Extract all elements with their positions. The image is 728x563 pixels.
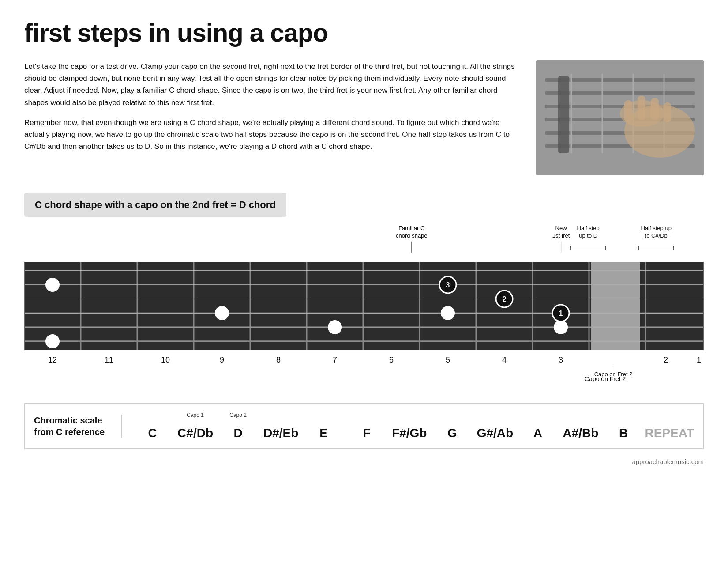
capo-on-fret-label: Capo on Fret 2 — [585, 375, 626, 382]
scale-note-G: G — [431, 412, 473, 440]
intro-paragraph-1: Let's take the capo for a test drive. Cl… — [24, 60, 518, 109]
fret-num-8: 8 — [250, 355, 307, 365]
scale-note-DsharpEb: D#/Eb — [259, 412, 302, 440]
fret-num-5: 5 — [420, 355, 476, 365]
svg-text:3: 3 — [446, 281, 450, 289]
fretboard-section: C chord shape with a capo on the 2nd fre… — [24, 193, 704, 390]
fret-num-4: 4 — [476, 355, 533, 365]
fretboard-annotation-row: Familiar C chord shape New 1st fret Half… — [24, 225, 704, 260]
fret-num-9: 9 — [194, 355, 250, 365]
fretboard-container: 3 2 1 12 11 10 9 8 7 6 5 4 — [24, 262, 704, 390]
fret-num-capo-area: Capo on Fret 2 — [589, 355, 638, 365]
fret-num-10: 10 — [137, 355, 194, 365]
fretboard-svg: 3 2 1 — [24, 262, 704, 350]
annotation-new-first-fret: New 1st fret — [552, 225, 570, 253]
svg-rect-18 — [558, 76, 569, 153]
chord-equation-label: C chord shape with a capo on the 2nd fre… — [35, 199, 276, 210]
scale-note-A: A — [516, 412, 559, 440]
svg-rect-16 — [651, 98, 659, 120]
fret-num-12: 12 — [24, 355, 81, 365]
intro-text: Let's take the capo for a test drive. Cl… — [24, 60, 518, 175]
fret-num-6: 6 — [363, 355, 420, 365]
fret-num-1: 1 — [694, 355, 704, 365]
scale-note-B: B — [602, 412, 645, 440]
svg-point-47 — [554, 320, 568, 334]
scale-note-D: Capo 2 D — [217, 412, 259, 440]
chromatic-scale: C Capo 1 C#/Db Capo 2 D D#/Eb E F F#/Gb — [122, 412, 694, 440]
annotation-half-step-c: Half step up to C#/Db — [638, 225, 674, 250]
scale-note-F: F — [345, 412, 388, 440]
svg-text:2: 2 — [503, 295, 507, 303]
scale-note-GsharpAb: G#/Ab — [473, 412, 516, 440]
fret-num-3: 3 — [533, 355, 589, 365]
guitar-photo — [536, 60, 704, 175]
svg-point-42 — [441, 306, 455, 320]
capo-label-area: Capo on Fret 2 — [24, 366, 704, 390]
scale-note-AsharpBb: A#/Bb — [559, 412, 602, 440]
svg-point-38 — [45, 278, 60, 292]
svg-rect-15 — [638, 96, 645, 120]
annotation-half-step-d: Half step up to D — [570, 225, 606, 250]
scale-note-FsharpGb: F#/Gb — [388, 412, 431, 440]
svg-point-39 — [45, 334, 60, 348]
svg-text:1: 1 — [559, 310, 563, 317]
footer: approachablemusic.com — [24, 458, 704, 465]
annotation-familiar-c: Familiar C chord shape — [396, 225, 428, 253]
svg-rect-37 — [591, 262, 640, 350]
chromatic-scale-box: Chromatic scale from C reference C Capo … — [24, 403, 704, 449]
scale-note-E: E — [302, 412, 345, 440]
page-title: first steps in using a capo — [24, 18, 704, 47]
scale-note-C: C — [131, 412, 174, 440]
scale-note-repeat: REPEAT — [645, 412, 694, 440]
svg-rect-17 — [664, 102, 671, 122]
chromatic-label: Chromatic scale from C reference — [34, 415, 122, 438]
intro-section: Let's take the capo for a test drive. Cl… — [24, 60, 704, 175]
chord-equation-box: C chord shape with a capo on the 2nd fre… — [24, 193, 286, 217]
fret-num-11: 11 — [81, 355, 137, 365]
footer-url: approachablemusic.com — [632, 458, 704, 465]
fret-num-2: 2 — [638, 355, 694, 365]
svg-rect-14 — [624, 100, 632, 122]
fret-num-7: 7 — [307, 355, 363, 365]
intro-paragraph-2: Remember now, that even though we are us… — [24, 117, 518, 153]
scale-note-CsharpDb: Capo 1 C#/Db — [174, 412, 217, 440]
svg-point-41 — [328, 320, 342, 334]
fret-numbers-row: 12 11 10 9 8 7 6 5 4 3 Capo on Fret 2 2 … — [24, 355, 704, 365]
svg-point-40 — [215, 306, 229, 320]
